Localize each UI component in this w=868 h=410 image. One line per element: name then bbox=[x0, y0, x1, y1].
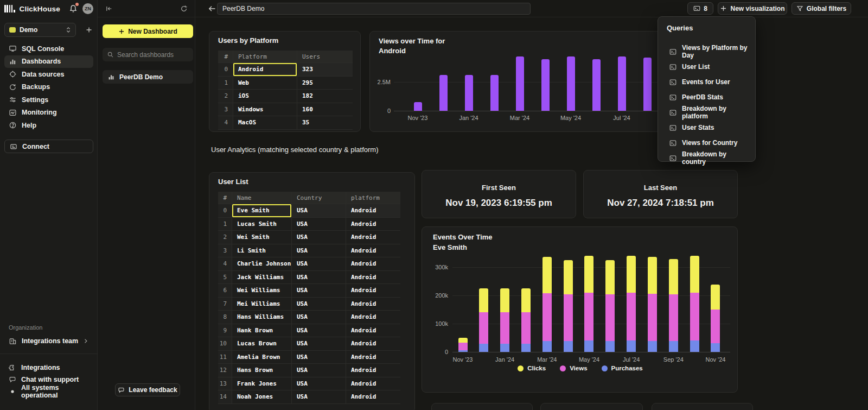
table-cell[interactable]: USA bbox=[292, 311, 346, 324]
search-dashboards[interactable] bbox=[103, 48, 193, 61]
table-cell[interactable]: Android bbox=[346, 324, 400, 338]
sidebar-item-all-systems-operational[interactable]: All systems operational bbox=[4, 386, 93, 398]
table-cell[interactable]: USA bbox=[292, 324, 346, 338]
table-cell[interactable]: Lucas Brown bbox=[232, 337, 292, 351]
table-cell[interactable]: 295 bbox=[297, 77, 353, 90]
table-cell[interactable]: USA bbox=[292, 284, 346, 298]
table-cell[interactable]: USA bbox=[292, 298, 346, 311]
sidebar-item-help[interactable]: Help bbox=[4, 119, 93, 132]
table-cell[interactable]: Amelia Brown bbox=[232, 351, 292, 364]
table-cell[interactable]: Android bbox=[346, 231, 400, 244]
sidebar-item-organization-team[interactable]: Integrations team bbox=[4, 335, 93, 348]
table-cell[interactable]: Charlie Johnson bbox=[232, 257, 292, 271]
table-cell[interactable]: Lucas Smith bbox=[232, 218, 292, 231]
query-item-peerdb-stats[interactable]: PeerDB Stats bbox=[658, 90, 756, 105]
table-cell[interactable]: Android bbox=[346, 390, 400, 404]
query-item-user-list[interactable]: User List bbox=[658, 59, 756, 74]
sidebar-item-dashboards[interactable]: Dashboards bbox=[4, 55, 93, 68]
table-cell[interactable]: Hans Brown bbox=[232, 364, 292, 377]
column-header[interactable]: Platform bbox=[233, 51, 297, 63]
sidebar-item-integrations[interactable]: Integrations bbox=[4, 362, 93, 374]
sidebar-item-settings[interactable]: Settings bbox=[4, 93, 93, 106]
table-cell[interactable]: USA bbox=[292, 390, 346, 404]
column-header[interactable]: # bbox=[218, 192, 232, 204]
sidebar-item-monitoring[interactable]: Monitoring bbox=[4, 106, 93, 119]
avatar[interactable]: ZN bbox=[82, 3, 93, 14]
query-item-breakdown-by-country[interactable]: Breakdown by country bbox=[658, 150, 756, 166]
table-cell[interactable]: Eve Smith bbox=[232, 204, 292, 218]
table-cell[interactable]: 35 bbox=[297, 116, 353, 130]
table-cell[interactable]: USA bbox=[292, 257, 346, 271]
query-item-label: User List bbox=[682, 63, 710, 71]
query-item-views-for-country[interactable]: Views for Country bbox=[658, 135, 756, 150]
column-header[interactable]: Name bbox=[232, 192, 292, 204]
table-cell[interactable]: Hank Brown bbox=[232, 324, 292, 338]
table-cell[interactable]: USA bbox=[292, 271, 346, 285]
queries-button[interactable]: 8 bbox=[687, 2, 713, 15]
column-header[interactable]: Country bbox=[292, 192, 346, 204]
table-cell[interactable]: 160 bbox=[297, 103, 353, 117]
refresh-icon[interactable] bbox=[180, 5, 188, 12]
collapse-sidebar-icon[interactable] bbox=[105, 5, 113, 12]
sidebar-item-sql-console[interactable]: SQL Console bbox=[4, 42, 93, 55]
table-cell[interactable]: USA bbox=[292, 337, 346, 351]
query-item-views-by-platform-by-day[interactable]: Views by Platform by Day bbox=[658, 44, 756, 59]
column-header[interactable]: # bbox=[218, 51, 233, 63]
table-cell[interactable]: Wei Williams bbox=[232, 284, 292, 298]
table-cell[interactable]: Wei Smith bbox=[232, 231, 292, 244]
query-item-breakdown-by-platform[interactable]: Breakdown by platform bbox=[658, 105, 756, 120]
sidebar-item-backups[interactable]: Backups bbox=[4, 81, 93, 94]
add-service-button[interactable] bbox=[85, 26, 93, 34]
table-cell[interactable]: Android bbox=[346, 377, 400, 391]
table-cell[interactable]: USA bbox=[292, 377, 346, 391]
workspace-selector[interactable]: Demo bbox=[4, 23, 76, 37]
table-cell[interactable]: USA bbox=[292, 204, 346, 218]
column-header[interactable]: platform bbox=[346, 192, 400, 204]
new-visualization-button[interactable]: New visualization bbox=[718, 2, 787, 15]
table-cell[interactable]: Windows bbox=[233, 103, 297, 117]
table-cell[interactable]: MacOS bbox=[233, 116, 297, 130]
column-header[interactable]: Users bbox=[297, 51, 353, 63]
connect-button[interactable]: Connect bbox=[4, 140, 93, 153]
table-cell[interactable]: Jack Williams bbox=[232, 271, 292, 285]
table-cell[interactable]: 323 bbox=[297, 63, 353, 77]
query-item-user-stats[interactable]: User Stats bbox=[658, 120, 756, 135]
table-cell[interactable]: Android bbox=[346, 218, 400, 231]
table-cell[interactable]: Li Smith bbox=[232, 244, 292, 258]
back-arrow-icon[interactable] bbox=[208, 4, 216, 13]
table-cell[interactable]: USA bbox=[292, 364, 346, 377]
search-dashboards-input[interactable] bbox=[117, 51, 189, 59]
table-cell[interactable]: Android bbox=[346, 204, 400, 218]
dashboard-list-item[interactable]: PeerDB Demo bbox=[103, 70, 193, 84]
bar-segment-clicks bbox=[479, 288, 488, 312]
table-cell[interactable]: Mei Williams bbox=[232, 298, 292, 311]
table-cell[interactable]: Android bbox=[346, 257, 400, 271]
query-item-events-for-user[interactable]: Events for User bbox=[658, 74, 756, 90]
table-cell[interactable]: Android bbox=[346, 271, 400, 285]
table-cell[interactable]: USA bbox=[292, 244, 346, 258]
table-cell[interactable]: iOS bbox=[233, 90, 297, 103]
table-cell[interactable]: Frank Jones bbox=[232, 377, 292, 391]
table-cell[interactable]: Android bbox=[346, 244, 400, 258]
table-cell[interactable]: Android bbox=[346, 298, 400, 311]
table-cell[interactable]: Android bbox=[346, 284, 400, 298]
table-cell[interactable]: Android bbox=[346, 311, 400, 324]
sidebar-item-data-sources[interactable]: Data sources bbox=[4, 68, 93, 81]
leave-feedback-button[interactable]: Leave feedback bbox=[115, 383, 180, 396]
table-cell[interactable]: Noah Jones bbox=[232, 390, 292, 404]
table-cell[interactable]: Web bbox=[233, 77, 297, 90]
table-cell[interactable]: Android bbox=[346, 351, 400, 364]
global-filters-button[interactable]: Global filters bbox=[792, 2, 851, 15]
table-cell[interactable]: Android bbox=[233, 63, 297, 77]
dashboard-title-input[interactable] bbox=[217, 3, 531, 15]
table-cell[interactable]: Hans Williams bbox=[232, 311, 292, 324]
table-cell[interactable]: Android bbox=[346, 337, 400, 351]
notifications-bell-icon[interactable] bbox=[68, 4, 78, 14]
new-dashboard-button[interactable]: New Dashboard bbox=[103, 24, 193, 38]
table-cell[interactable]: Android bbox=[346, 364, 400, 377]
table-cell[interactable]: USA bbox=[292, 218, 346, 231]
table-cell[interactable]: 182 bbox=[297, 90, 353, 103]
dashboard-icon bbox=[107, 73, 115, 81]
table-cell[interactable]: USA bbox=[292, 351, 346, 364]
table-cell[interactable]: USA bbox=[292, 231, 346, 244]
